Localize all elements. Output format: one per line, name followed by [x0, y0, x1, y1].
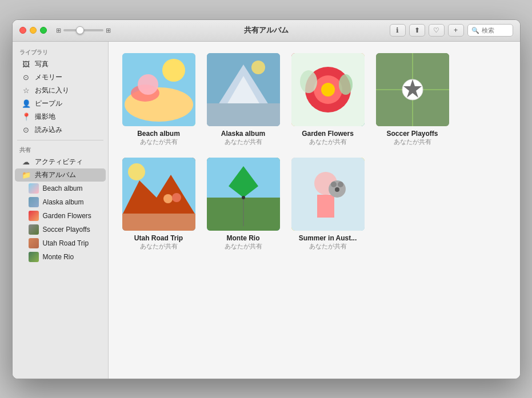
svg-rect-34 [317, 195, 334, 218]
photo-title: Summer in Aust... [299, 234, 357, 242]
sidebar-item-label: お気に入り [35, 86, 69, 95]
sub-item-label: Alaska album [43, 198, 84, 206]
sidebar-item-label: 共有アルバム [35, 170, 76, 180]
summer-thumbnail [291, 158, 365, 231]
sidebar: ライブラリ 🖼 写真 ⊙ メモリー ☆ お気に入り 👤 ピープル 📍 撮影地 [13, 42, 109, 379]
sub-item-utah[interactable]: Utah Road Trip [15, 236, 106, 250]
photo-item-beach[interactable]: Beach album あなたが共有 [122, 53, 195, 146]
window-title: 共有アルバム [244, 25, 289, 35]
utah-thumb [29, 238, 39, 248]
sub-item-monte[interactable]: Monte Rio [15, 250, 106, 264]
svg-point-15 [339, 74, 353, 95]
alaska-thumb [29, 197, 39, 207]
favorites-icon: ☆ [22, 86, 31, 95]
photo-item-soccer[interactable]: Soccer Playoffs あなたが共有 [376, 53, 449, 146]
maximize-button[interactable] [40, 27, 47, 34]
photo-item-alaska[interactable]: Alaska album あなたが共有 [207, 53, 280, 146]
svg-point-25 [163, 194, 173, 203]
svg-point-31 [242, 196, 245, 199]
sidebar-item-shared-albums[interactable]: 📁 共有アルバム [15, 168, 106, 182]
shared-header: 共有 [13, 144, 108, 155]
sidebar-item-imports[interactable]: ⊙ 読み込み [15, 123, 106, 136]
sidebar-item-people[interactable]: 👤 ピープル [15, 97, 106, 110]
svg-point-37 [338, 182, 343, 187]
main-window: ⊞ ⊞ 共有アルバム ℹ ⬆ ♡ + 🔍 ラ [12, 19, 521, 379]
svg-point-14 [300, 70, 317, 93]
svg-point-38 [335, 187, 339, 192]
photo-title: Alaska album [221, 130, 265, 138]
alaska-thumbnail [207, 53, 280, 126]
svg-point-26 [172, 193, 181, 202]
svg-point-2 [162, 59, 185, 82]
beach-thumbnail [122, 53, 195, 126]
photo-item-garden[interactable]: Garden Flowers あなたが共有 [291, 53, 365, 146]
sidebar-item-label: アクティビティ [35, 157, 83, 167]
people-icon: 👤 [22, 99, 31, 108]
activity-icon: ☁ [22, 158, 31, 166]
svg-rect-8 [207, 103, 280, 126]
sub-item-alaska[interactable]: Alaska album [15, 195, 106, 209]
places-icon: 📍 [22, 112, 31, 121]
memories-icon: ⊙ [22, 73, 31, 82]
utah-thumbnail [122, 158, 195, 231]
photo-item-utah[interactable]: Utah Road Trip あなたが共有 [122, 158, 195, 251]
search-input[interactable] [482, 27, 513, 34]
sidebar-item-photos[interactable]: 🖼 写真 [15, 58, 106, 71]
traffic-lights [19, 27, 47, 34]
info-icon: ℹ [396, 26, 399, 34]
minimize-button[interactable] [30, 27, 37, 34]
shared-albums-icon: 📁 [22, 171, 31, 179]
photo-subtitle: あなたが共有 [140, 242, 178, 251]
garden-thumbnail [291, 53, 365, 126]
main-content: Beach album あなたが共有 [109, 42, 520, 379]
zoom-slider-area: ⊞ ⊞ [56, 27, 111, 34]
content-area: ライブラリ 🖼 写真 ⊙ メモリー ☆ お気に入り 👤 ピープル 📍 撮影地 [13, 42, 520, 379]
monte-thumb [29, 252, 39, 262]
photos-icon: 🖼 [22, 60, 31, 69]
soccer-thumbnail [376, 53, 449, 126]
close-button[interactable] [19, 27, 26, 34]
add-button[interactable]: + [448, 24, 464, 37]
sub-item-label: Monte Rio [43, 253, 74, 261]
photo-item-monte[interactable]: Monte Rio あなたが共有 [207, 158, 280, 251]
library-header: ライブラリ [13, 46, 108, 58]
heart-button[interactable]: ♡ [429, 24, 445, 37]
grid-small-icon: ⊞ [56, 27, 61, 34]
photo-title: Monte Rio [227, 234, 260, 242]
sidebar-item-label: ピープル [35, 99, 62, 108]
photo-subtitle: あなたが共有 [309, 242, 347, 251]
photo-item-summer[interactable]: Summer in Aust... あなたが共有 [291, 158, 365, 251]
sidebar-item-places[interactable]: 📍 撮影地 [15, 110, 106, 123]
photo-subtitle: あなたが共有 [309, 138, 347, 146]
svg-point-13 [321, 83, 335, 97]
zoom-slider[interactable] [63, 29, 103, 31]
svg-point-36 [331, 182, 337, 187]
sidebar-item-favorites[interactable]: ☆ お気に入り [15, 84, 106, 97]
photo-title: Garden Flowers [302, 130, 354, 138]
sidebar-item-memories[interactable]: ⊙ メモリー [15, 71, 106, 84]
photo-title: Beach album [137, 130, 180, 138]
sub-item-label: Garden Flowers [43, 212, 91, 220]
search-icon: 🔍 [471, 27, 479, 34]
soccer-thumb [29, 224, 39, 235]
svg-point-24 [128, 163, 145, 180]
photo-subtitle: あなたが共有 [140, 138, 178, 146]
sub-item-label: Soccer Playoffs [43, 226, 90, 234]
info-button[interactable]: ℹ [390, 24, 406, 37]
share-button[interactable]: ⬆ [409, 24, 425, 37]
heart-icon: ♡ [433, 26, 439, 34]
sub-items-list: Beach album Alaska album Garden Flowers … [13, 182, 108, 264]
sidebar-divider [17, 140, 103, 140]
photo-subtitle: あなたが共有 [394, 138, 431, 146]
svg-point-9 [251, 61, 265, 74]
sub-item-soccer[interactable]: Soccer Playoffs [15, 223, 106, 236]
sidebar-item-label: 写真 [35, 59, 49, 69]
monte-thumbnail [207, 158, 280, 231]
sub-item-beach[interactable]: Beach album [15, 182, 106, 195]
sidebar-item-label: メモリー [35, 73, 62, 82]
search-box[interactable]: 🔍 [467, 24, 513, 37]
garden-thumb [29, 211, 39, 221]
sub-item-garden[interactable]: Garden Flowers [15, 209, 106, 223]
sidebar-item-activity[interactable]: ☁ アクティビティ [15, 155, 106, 168]
titlebar: ⊞ ⊞ 共有アルバム ℹ ⬆ ♡ + 🔍 [13, 20, 520, 42]
